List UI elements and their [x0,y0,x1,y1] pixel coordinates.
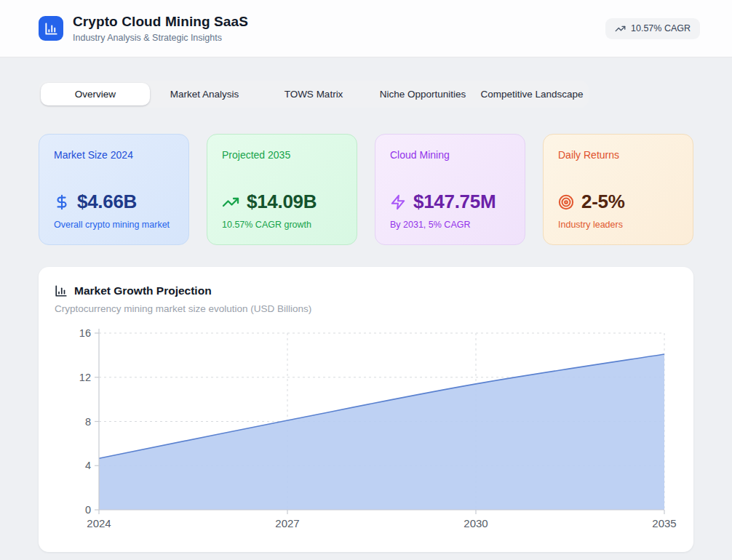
chart-subtitle: Cryptocurrency mining market size evolut… [55,303,677,314]
stat-card-title: Daily Returns [558,149,678,161]
target-icon [558,194,574,210]
bar-chart-icon [55,284,68,297]
svg-text:2024: 2024 [87,517,111,529]
stat-cards: Market Size 2024 $4.66B Overall crypto m… [39,134,693,245]
svg-text:4: 4 [85,460,91,471]
stat-card-market-size: Market Size 2024 $4.66B Overall crypto m… [39,134,189,245]
svg-text:8: 8 [85,416,91,428]
svg-text:2030: 2030 [464,517,488,529]
stat-card-value: $4.66B [77,191,137,213]
app-header: Crypto Cloud Mining SaaS Industry Analys… [0,0,732,57]
stat-card-subtitle: 10.57% CAGR growth [222,220,342,230]
tab-competitive-landscape[interactable]: Competitive Landscape [477,83,586,105]
stat-card-daily-returns: Daily Returns 2-5% Industry leaders [543,134,693,245]
stat-card-cloud-mining: Cloud Mining $147.75M By 2031, 5% CAGR [375,134,525,245]
page-title: Crypto Cloud Mining SaaS [73,14,248,30]
tab-niche-opportunities[interactable]: Niche Opportunities [368,83,477,105]
tab-bar: Overview Market Analysis TOWS Matrix Nic… [39,81,589,108]
stat-card-value: 2-5% [581,191,625,213]
trending-up-icon [615,23,626,34]
bar-chart-icon [44,22,58,36]
stat-card-value: $14.09B [247,191,317,213]
market-growth-chart: 04812162024202720302035 [55,323,677,530]
trending-up-icon [222,193,239,211]
stat-card-subtitle: By 2031, 5% CAGR [390,220,510,230]
page-subtitle: Industry Analysis & Strategic Insights [73,33,248,43]
tab-overview[interactable]: Overview [41,83,150,105]
svg-text:16: 16 [79,327,91,339]
chart-title: Market Growth Projection [74,284,212,297]
stat-card-subtitle: Industry leaders [558,220,678,230]
tab-market-analysis[interactable]: Market Analysis [150,83,259,105]
svg-text:2027: 2027 [275,517,299,529]
stat-card-subtitle: Overall crypto mining market [54,220,174,230]
svg-text:0: 0 [85,504,91,516]
stat-card-title: Projected 2035 [222,149,342,161]
stat-card-title: Cloud Mining [390,149,510,161]
svg-text:2035: 2035 [652,517,676,529]
stat-card-projected: Projected 2035 $14.09B 10.57% CAGR growt… [207,134,357,245]
svg-text:12: 12 [79,372,91,383]
tab-tows-matrix[interactable]: TOWS Matrix [259,83,368,105]
dollar-sign-icon [54,194,70,210]
app-logo [39,16,63,41]
cagr-badge-label: 10.57% CAGR [631,23,691,33]
stat-card-value: $147.75M [413,191,496,213]
cagr-badge: 10.57% CAGR [605,18,700,39]
lightning-icon [390,194,406,210]
market-growth-card: Market Growth Projection Cryptocurrency … [39,267,693,552]
stat-card-title: Market Size 2024 [54,149,174,161]
